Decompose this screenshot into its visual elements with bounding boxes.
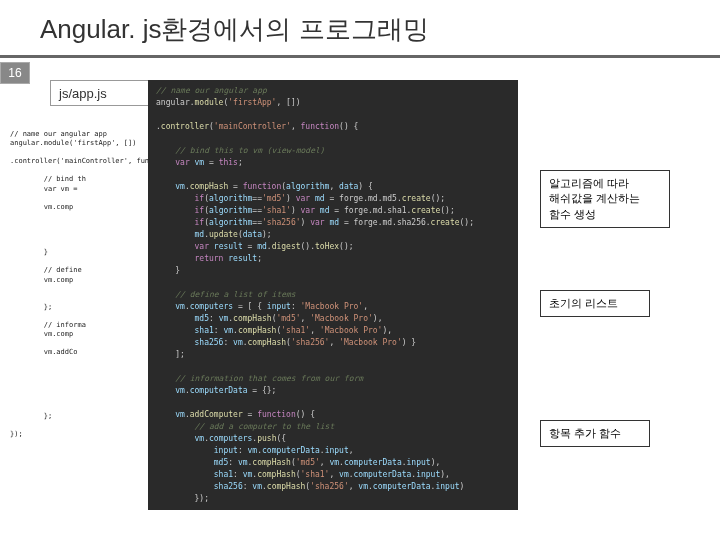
- annotation-text: 알고리즘에 따라해쉬값을 계산하는함수 생성: [549, 177, 640, 220]
- file-path-box: js/app.js: [50, 80, 150, 106]
- slide-number-box: 16: [0, 62, 30, 84]
- annotation-initial-list: 초기의 리스트: [540, 290, 650, 317]
- code-editor: // name our angular app angular.module('…: [148, 80, 518, 510]
- annotation-hash-function: 알고리즘에 따라해쉬값을 계산하는함수 생성: [540, 170, 670, 228]
- annotation-add-function: 항목 추가 함수: [540, 420, 650, 447]
- slide-number: 16: [8, 66, 21, 80]
- background-code: // name our angular app angular.module('…: [10, 130, 150, 439]
- file-path: js/app.js: [59, 86, 107, 101]
- slide-title: Angular. js환경에서의 프로그래밍: [40, 12, 720, 47]
- annotation-text: 초기의 리스트: [549, 297, 618, 309]
- annotation-text: 항목 추가 함수: [549, 427, 621, 439]
- title-bar: Angular. js환경에서의 프로그래밍: [0, 0, 720, 58]
